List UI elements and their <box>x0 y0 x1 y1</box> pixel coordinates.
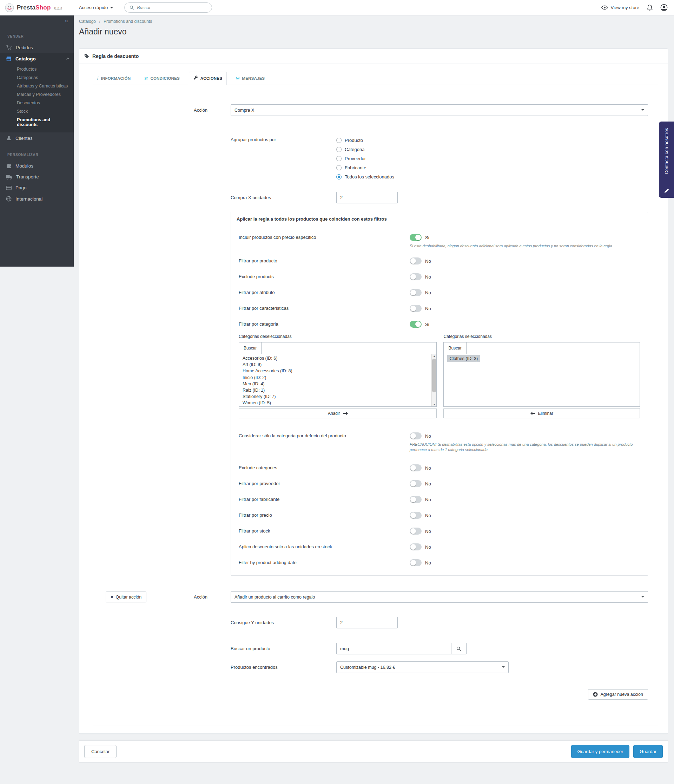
product-search-input[interactable] <box>336 643 452 654</box>
action2-select[interactable]: Añadir un producto al carrito como regal… <box>231 591 648 603</box>
selected-categories-label: Categorias seleccionadas <box>443 334 640 339</box>
category-option[interactable]: Women (ID: 5) <box>239 400 436 406</box>
toggle-filter-manufacturer[interactable] <box>410 496 422 503</box>
prestashop-brand[interactable]: PrestaShop 8.2.3 <box>5 3 62 12</box>
view-store-link[interactable]: View my store <box>601 5 639 10</box>
scroll-up-icon[interactable]: ▲ <box>432 355 436 357</box>
products-found-select-wrap: Customizable mug - 16,82 € <box>336 661 509 673</box>
category-option-selected[interactable]: Clothes (ID: 3) <box>444 355 640 362</box>
filter-row-stock-units: Aplica descuento solo a las unidades en … <box>231 543 648 551</box>
sidebar-item-marcas[interactable]: Marcas y Proveedores <box>0 90 74 99</box>
header-search-input[interactable] <box>137 5 207 10</box>
radio-fabricante[interactable]: Fabricante <box>336 163 394 172</box>
sidebar-item-descuentos[interactable]: Descuentos <box>0 99 74 107</box>
add-new-action-button[interactable]: Agregar nueva accion <box>588 689 648 700</box>
contact-us-tab[interactable]: Contacta con nosotros <box>659 121 674 198</box>
filter-row-product: Filtrar por producto No <box>231 257 648 264</box>
sidebar-item-stock[interactable]: Stock <box>0 107 74 115</box>
tab-acciones[interactable]: ACCIONES <box>189 72 227 85</box>
filters-title: Aplicar la regla a todos los productos q… <box>231 212 648 226</box>
filter-row-attribute: Filtrar por atributo No <box>231 289 648 296</box>
toggle-filter-features[interactable] <box>410 305 422 312</box>
category-option[interactable]: Home Accessories (ID: 8) <box>239 368 436 374</box>
tab-mensajes[interactable]: ✉ MENSAJES <box>231 72 269 85</box>
cancel-button[interactable]: Cancelar <box>84 745 116 758</box>
toggle-exclude-categories[interactable] <box>410 464 422 471</box>
sidebar-item-transporte[interactable]: Transporte <box>0 171 74 182</box>
radio-todos[interactable]: Todos los seleccionados <box>336 172 394 181</box>
panel-header: Regla de descuento <box>79 49 668 64</box>
radio-proveedor[interactable]: Proveedor <box>336 154 394 163</box>
category-option[interactable]: Stationery (ID: 7) <box>239 394 436 400</box>
remove-category-button[interactable]: Eliminar <box>443 408 640 418</box>
get-y-row: Consigue Y unidades <box>231 617 648 628</box>
search-icon <box>129 5 134 10</box>
category-option[interactable]: Art (ID: 9) <box>239 361 436 368</box>
sidebar-item-pedidos[interactable]: Pedidos <box>0 42 74 53</box>
sidebar-item-internacional[interactable]: Internacional <box>0 193 74 204</box>
tab-condiciones[interactable]: ⇄ CONDICIONES <box>140 72 184 85</box>
header-search[interactable] <box>124 2 212 12</box>
topbar-right: View my store <box>601 4 668 11</box>
product-search-button[interactable] <box>451 643 466 654</box>
products-found-select[interactable]: Customizable mug - 16,82 € <box>336 661 509 673</box>
category-option[interactable]: Inicio (ID: 2) <box>239 375 436 381</box>
toggle-filter-supplier[interactable] <box>410 480 422 487</box>
get-y-input[interactable] <box>336 617 398 628</box>
brand-name: PrestaShop <box>17 4 51 11</box>
buy-x-input[interactable] <box>336 192 398 203</box>
account-menu[interactable] <box>660 4 668 11</box>
list-scrollbar[interactable]: ▲ ▼ <box>432 354 436 406</box>
payment-card-icon <box>6 186 12 190</box>
category-option[interactable]: Accesorios (ID: 6) <box>239 355 436 361</box>
breadcrumb-catalogo[interactable]: Catalogo <box>79 19 96 24</box>
action1-select-wrap: Compra X <box>231 104 648 116</box>
tab-informacion[interactable]: i INFORMACIÓN <box>93 72 135 85</box>
scroll-down-icon[interactable]: ▼ <box>432 403 436 406</box>
collapse-sidebar-icon[interactable]: « <box>65 17 68 23</box>
toggle-filter-attribute[interactable] <box>410 289 422 296</box>
add-category-button[interactable]: Añadir <box>239 408 437 418</box>
toggle-filter-price[interactable] <box>410 512 422 519</box>
sidebar-item-productos[interactable]: Productos <box>0 65 74 73</box>
contact-us-label: Contacta con nosotros <box>664 128 669 174</box>
category-option[interactable]: Men (ID: 4) <box>239 381 436 387</box>
unselected-search-input[interactable] <box>261 342 437 354</box>
toggle-stock-units[interactable] <box>410 543 422 551</box>
sidebar-item-modulos[interactable]: Modulos <box>0 160 74 171</box>
remove-action-button[interactable]: × Quitar acción <box>106 591 146 602</box>
scrollbar-thumb[interactable] <box>432 359 436 392</box>
radio-categoria[interactable]: Categoria <box>336 145 394 154</box>
add-action-row: Agregar nueva accion <box>93 689 648 700</box>
info-icon: i <box>97 76 99 81</box>
toggle-filter-category[interactable] <box>410 321 422 328</box>
quick-access-menu[interactable]: Acceso rápido <box>79 5 113 10</box>
sidebar-item-clientes[interactable]: Clientes <box>0 132 74 144</box>
topbar: PrestaShop 8.2.3 Acceso rápido View my s… <box>0 0 674 16</box>
toggle-default-category[interactable] <box>410 432 422 439</box>
selected-search-input[interactable] <box>466 342 640 354</box>
sidebar-item-promotions[interactable]: Promotions and discounts <box>0 115 74 129</box>
plus-circle-icon <box>593 692 598 697</box>
save-and-stay-button[interactable]: Guardar y permanecer <box>571 745 630 758</box>
category-option[interactable]: Raiz (ID: 1) <box>239 387 436 394</box>
search-icon <box>457 646 461 651</box>
toggle-adding-date[interactable] <box>410 559 422 566</box>
toggle-filter-product[interactable] <box>410 257 422 264</box>
toggle-filter-stock[interactable] <box>410 527 422 535</box>
globe-icon <box>6 196 12 202</box>
toggle-specific-price[interactable] <box>410 234 422 241</box>
page-title: Añadir nuevo <box>79 27 668 37</box>
sidebar-item-catalogo[interactable]: Catalogo <box>0 53 74 64</box>
sidebar-item-pago[interactable]: Pago <box>0 182 74 193</box>
filter-row-price: Filtrar por precio No <box>231 512 648 519</box>
toggle-exclude-products[interactable] <box>410 273 422 280</box>
sidebar-item-atributos[interactable]: Atributos y Caracteristicas <box>0 82 74 90</box>
action1-select[interactable]: Compra X <box>231 104 648 116</box>
sidebar-item-categorias[interactable]: Categorias <box>0 73 74 82</box>
tab-bar: i INFORMACIÓN ⇄ CONDICIONES ACCIONES ✉ M… <box>93 72 658 85</box>
radio-producto[interactable]: Producto <box>336 135 394 145</box>
save-button[interactable]: Guardar <box>633 745 663 758</box>
notifications-bell[interactable] <box>647 5 652 11</box>
actions-form: Acción Compra X Agrupar productos por Pr… <box>93 85 658 725</box>
